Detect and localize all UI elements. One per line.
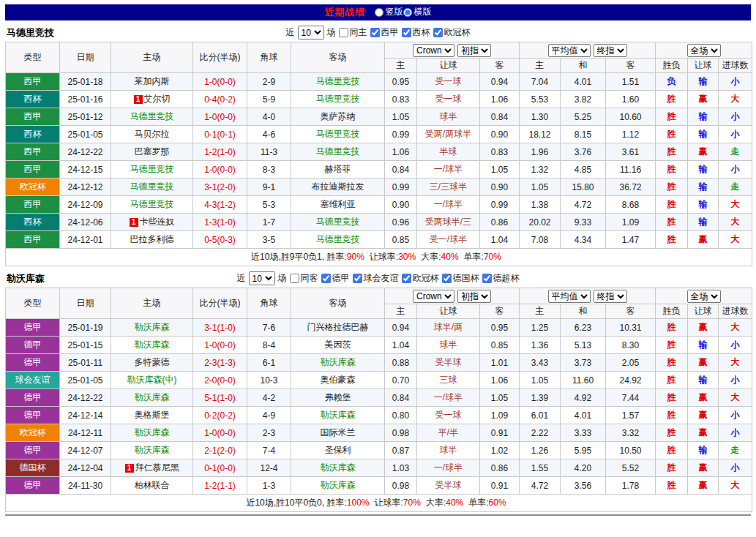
odds-source-select[interactable]: 平均值 [548,290,591,303]
home-team-cell[interactable]: 奥格斯堡 [111,407,193,424]
col-header: 客场 [291,288,385,319]
result-cell: 胜 [656,477,688,495]
result-cell: 小 [719,459,752,477]
away-team-cell[interactable]: 塞维利亚 [291,196,385,214]
away-team-cell[interactable]: 勒沃库森 [291,477,385,495]
odds-source-select[interactable]: 全场 [687,44,721,57]
date-cell: 24-12-09 [60,196,111,214]
filter-checkbox-label: 欧冠杯 [413,272,439,285]
home-team-cell[interactable]: 马德里竞技 [111,179,193,196]
result-cell: 输 [688,337,719,354]
home-team-cell[interactable]: 马德里竞技 [111,161,193,179]
checkbox-德甲[interactable] [321,274,331,283]
away-team-cell[interactable]: 马德里竞技 [291,73,385,91]
home-team-cell[interactable]: 勒沃库森 [111,424,193,442]
odds-cell: 3.76 [561,143,606,161]
filter-checkbox-西杯[interactable]: 西杯 [402,26,430,39]
score-cell: 1-0(0-0) [193,108,247,126]
away-team-cell[interactable]: 马德里竞技 [291,91,385,108]
recent-count-select[interactable]: 10 [249,271,275,285]
home-team-name: 艾尔切 [144,94,171,104]
away-team-cell[interactable]: 圣保利 [291,442,385,459]
away-team-cell[interactable]: 弗赖堡 [291,389,385,407]
away-team-cell[interactable]: 勒沃库森 [291,459,385,477]
filter-checkbox-德国杯[interactable]: 德国杯 [442,272,479,285]
checkbox-德国杯[interactable] [442,274,452,283]
odds-source-select[interactable]: 终指 [594,44,627,57]
result-cell: 胜 [656,143,688,161]
filter-checkbox-德超杯[interactable]: 德超杯 [482,272,520,285]
checkbox-同主[interactable] [339,28,348,37]
filter-checkbox-西甲[interactable]: 西甲 [370,26,399,39]
home-team-cell[interactable]: 1拜仁慕尼黑 [111,459,193,477]
odds-group-header-1: 平均值终指 [520,42,656,59]
filter-checkbox-欧冠杯[interactable]: 欧冠杯 [433,26,471,39]
home-team-cell[interactable]: 莱加内斯 [111,73,193,91]
away-team-cell[interactable]: 奥萨苏纳 [291,108,385,126]
home-team-cell[interactable]: 多特蒙德 [111,354,193,372]
away-team-cell[interactable]: 马德里竞技 [291,231,385,249]
home-team-cell[interactable]: 勒沃库森 [111,337,193,354]
layout-radio-1[interactable] [403,8,412,17]
filter-checkbox-德甲[interactable]: 德甲 [321,272,350,285]
away-team-cell[interactable]: 奥伯豪森 [291,372,385,389]
recent-count-select[interactable]: 10 [298,26,324,40]
odds-source-select[interactable]: 初指 [457,44,491,57]
home-team-cell[interactable]: 柏林联合 [111,477,193,495]
home-team-cell[interactable]: 勒沃库森 [111,442,193,459]
home-team-cell[interactable]: 勒沃库森 [111,389,193,407]
checkbox-球会友谊[interactable] [353,274,362,283]
home-team-cell[interactable]: 巴拉多利德 [111,231,193,249]
away-team-cell[interactable]: 门兴格拉德巴赫 [291,319,385,337]
col-header: 类型 [6,42,60,73]
away-team-cell[interactable]: 美因茨 [291,337,385,354]
filter-checkbox-同主[interactable]: 同主 [339,26,367,39]
away-team-cell[interactable]: 赫塔菲 [291,161,385,179]
checkbox-欧冠杯[interactable] [433,28,443,37]
filter-checkbox-球会友谊[interactable]: 球会友谊 [353,272,399,285]
checkbox-西杯[interactable] [402,28,411,37]
away-team-cell[interactable]: 布拉迪斯拉发 [291,179,385,196]
home-team-cell[interactable]: 1卡些连奴 [111,214,193,231]
away-team-cell[interactable]: 马德里竞技 [291,143,385,161]
odds-cell: 0.91 [480,477,520,495]
checkbox-同客[interactable] [290,274,299,283]
checkbox-德超杯[interactable] [482,274,492,283]
odds-source-select[interactable]: Crown [413,290,454,303]
away-team-cell[interactable]: 国际米兰 [291,424,385,442]
home-team-cell[interactable]: 巴塞罗那 [111,143,193,161]
filter-checkbox-同客[interactable]: 同客 [290,272,318,285]
layout-radio-0[interactable] [375,8,383,17]
away-team-name: 马德里竞技 [316,217,360,227]
home-team-cell[interactable]: 1艾尔切 [111,91,193,108]
away-team-cell[interactable]: 马德里竞技 [291,214,385,231]
odds-cell: 0.86 [480,459,520,477]
checkbox-欧冠杯[interactable] [402,274,411,283]
away-team-cell[interactable]: 勒沃库森 [291,407,385,424]
odds-source-select[interactable]: 全场 [687,290,721,303]
home-team-cell[interactable]: 勒沃库森(中) [111,372,193,389]
odds-source-select[interactable]: 终指 [594,290,627,303]
odds-source-select[interactable]: Crown [413,44,454,57]
home-team-cell[interactable]: 勒沃库森 [111,319,193,337]
home-team-cell[interactable]: 马贝尔拉 [111,126,193,143]
layout-option-0[interactable]: 竖版 [375,6,403,18]
result-cell: 大 [719,389,752,407]
home-team-cell[interactable]: 马德里竞技 [111,108,193,126]
away-team-cell[interactable]: 勒沃库森 [291,354,385,372]
filter-checkbox-欧冠杯[interactable]: 欧冠杯 [402,272,439,285]
odds-source-select[interactable]: 初指 [457,290,491,303]
result-cell: 胜 [656,108,688,126]
match-row: 西甲25-01-18莱加内斯1-0(0-0)2-9马德里竞技0.95受一球0.9… [6,73,752,91]
filter-bar: 近10场同主西甲西杯欧冠杯 [286,26,471,40]
league-cell: 西杯 [6,126,60,143]
home-team-cell[interactable]: 马德里竞技 [111,196,193,214]
away-team-cell[interactable]: 马德里竞技 [291,126,385,143]
odds-source-select[interactable]: 平均值 [548,44,591,57]
corners-cell: 6-1 [247,354,291,372]
summary-stat-value: 60% [489,497,506,508]
layout-option-1[interactable]: 横版 [403,6,432,18]
result-cell: 胜 [656,91,688,108]
match-row: 德国杯24-12-041拜仁慕尼黑0-1(0-0)12-4勒沃库森1.03一/球… [6,459,752,477]
checkbox-西甲[interactable] [370,28,380,37]
